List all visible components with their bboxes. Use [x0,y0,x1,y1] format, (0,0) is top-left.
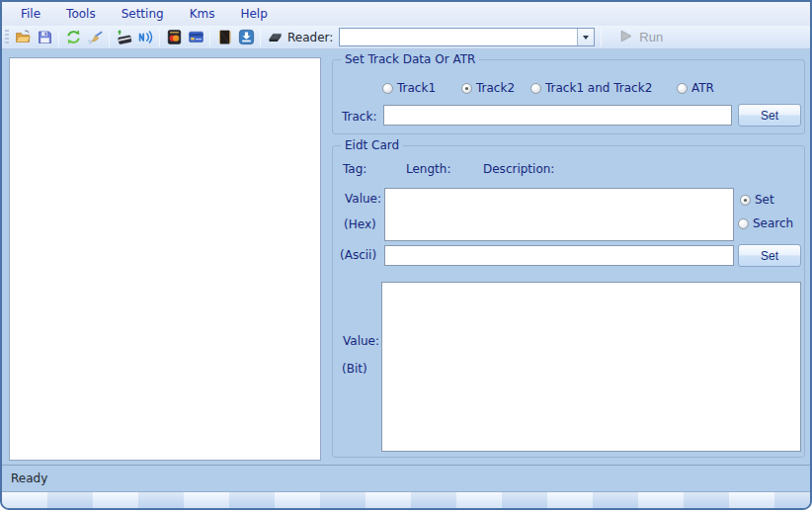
radio-track1-and-track2[interactable]: Track1 and Track2 [530,81,652,95]
radio-track1-and-track2-circle [530,83,541,94]
clean-icon [87,29,104,45]
length-label: Length: [406,162,450,176]
menu-kms[interactable]: Kms [185,5,220,23]
set-track-group-title: Set Track Data Or ATR [341,52,479,66]
radio-atr-circle [677,83,688,94]
description-label: Description: [483,162,554,176]
radio-track1-circle [382,83,393,94]
save-icon [37,29,53,45]
download-icon [238,29,255,45]
radio-set-mode[interactable]: Set [740,193,774,207]
refresh-icon [65,29,82,45]
chevron-down-icon [583,36,589,40]
play-icon [618,29,633,46]
bit-value-textarea[interactable] [381,282,801,452]
radio-track2[interactable]: Track2 [461,81,515,95]
reader-combobox-dropdown-button[interactable] [577,29,594,45]
hex-unit-label: (Hex) [344,217,376,231]
app-window: File Tools Setting Kms Help [0,0,812,510]
edit-card-group: Eidt Card Tag: Length: Description: Valu… [332,145,805,458]
hex-value-label: Value: [345,192,381,206]
toolbar: Reader: Run [2,26,810,49]
toolbar-separator [58,29,59,46]
clean-button[interactable] [84,27,106,48]
client-area: Set Track Data Or ATR Track1 Track2 Trac… [2,49,810,465]
menu-bar: File Tools Setting Kms Help [2,2,810,26]
toolbar-separator [601,29,602,46]
write-card-button[interactable] [113,27,134,48]
menu-setting[interactable]: Setting [117,5,169,23]
radio-set-mode-circle [740,195,751,206]
nfc-icon [137,29,154,45]
radio-atr-label: ATR [691,81,714,95]
set-track-group: Set Track Data Or ATR Track1 Track2 Trac… [332,59,805,134]
radio-track2-label: Track2 [476,81,515,95]
track-input[interactable] [383,105,732,126]
menu-help[interactable]: Help [235,5,272,23]
radio-track1[interactable]: Track1 [382,81,436,95]
write-card-icon [116,29,132,45]
edit-card-group-title: Eidt Card [341,138,403,152]
credit-card-icon [188,29,204,45]
radio-track2-circle [461,83,472,94]
toolbar-separator [159,29,160,46]
card-data-tree-panel[interactable] [9,57,321,461]
radio-atr[interactable]: ATR [677,81,714,95]
radio-search-mode[interactable]: Search [738,216,793,230]
bank-card-icon [166,29,183,45]
credit-card-button[interactable] [185,27,206,48]
window-bottom-frame [2,491,810,510]
bit-unit-label: (Bit) [342,362,367,376]
toolbar-separator [209,29,210,46]
save-button[interactable] [34,27,55,48]
radio-search-mode-label: Search [753,216,793,230]
run-button[interactable]: Run [612,28,669,47]
toolbar-separator [109,29,110,46]
tag-label: Tag: [343,162,366,176]
ascii-set-button[interactable]: Set [738,244,801,267]
nfc-button[interactable] [134,27,156,48]
radio-set-mode-label: Set [755,193,774,207]
cardholder-icon [216,29,233,45]
toolbar-gripper[interactable] [5,30,9,45]
track-set-button[interactable]: Set [738,104,801,127]
ascii-label: (Ascii) [340,248,376,262]
menu-tools[interactable]: Tools [61,5,101,23]
radio-track1-label: Track1 [397,81,436,95]
status-text: Ready [11,471,47,485]
run-button-label: Run [639,30,663,44]
status-bar: Ready [2,465,810,491]
reader-device-icon [267,29,284,45]
bank-card-button[interactable] [163,27,185,48]
cardholder-button[interactable] [213,27,235,48]
ascii-input[interactable] [384,245,734,266]
hex-value-textarea[interactable] [384,188,734,241]
track-label: Track: [342,110,376,124]
open-folder-icon [15,29,32,45]
radio-search-mode-circle [738,218,749,229]
reader-combobox-input[interactable] [340,29,577,45]
refresh-button[interactable] [62,27,84,48]
reader-combobox[interactable] [339,28,595,46]
radio-track1-and-track2-label: Track1 and Track2 [545,81,652,95]
reader-label: Reader: [287,31,333,44]
toolbar-separator [260,29,261,46]
open-button[interactable] [12,27,34,48]
menu-file[interactable]: File [16,5,45,23]
reader-device-button[interactable] [264,27,285,48]
download-button[interactable] [235,27,257,48]
bit-value-label: Value: [343,334,379,348]
